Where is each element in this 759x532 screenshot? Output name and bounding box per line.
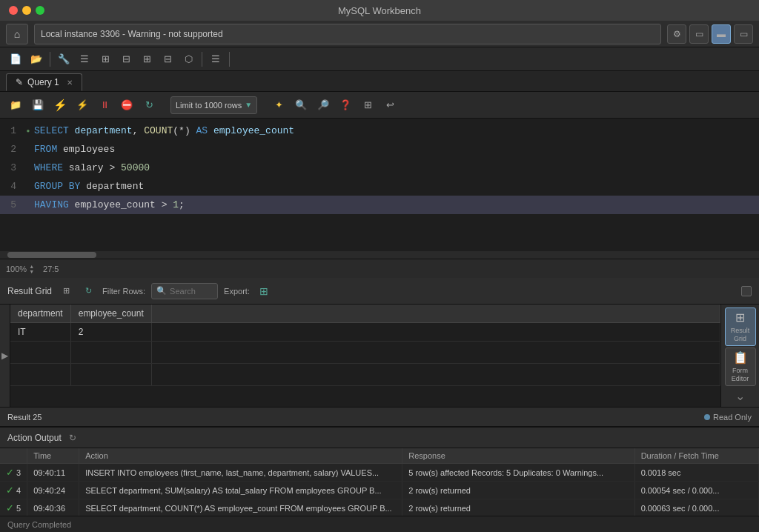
code-line-5: 5 HAVING employee_count > 1; xyxy=(0,196,759,214)
export-results-btn[interactable]: ⊞ xyxy=(358,96,377,115)
action-response-4: 2 row(s) returned xyxy=(402,482,634,499)
code-editor[interactable]: 1 ● SELECT department, COUNT(*) AS emplo… xyxy=(0,119,759,251)
run-selection-btn[interactable]: ⚡ xyxy=(73,96,92,115)
scrollbar-thumb[interactable] xyxy=(7,252,96,258)
query-tab[interactable]: ✎ Query 1 ✕ xyxy=(6,73,82,91)
action-row-4[interactable]: ✓ 4 09:40:24 SELECT department, SUM(sala… xyxy=(0,482,759,499)
col-header-department: department xyxy=(10,305,70,323)
traffic-lights xyxy=(9,6,44,15)
query-complete-text: Query Completed xyxy=(7,520,71,529)
form-editor-panel-btn[interactable]: 📋 FormEditor xyxy=(725,348,756,386)
col-response: Response xyxy=(402,448,634,464)
action-status-5: ✓ 5 xyxy=(0,499,27,516)
zoom-down-icon[interactable]: ▼ xyxy=(29,269,34,274)
settings-icon-btn[interactable]: ⚙ xyxy=(667,24,686,44)
action-output: Action Output ↻ Time Action Response Dur… xyxy=(0,426,759,516)
result-status: Result 25 Read Only xyxy=(0,407,759,426)
window-title: MySQL Workbench xyxy=(338,5,421,16)
save-query-btn[interactable]: 💾 xyxy=(28,96,47,115)
search-box[interactable]: 🔍 xyxy=(151,283,218,299)
maximize-button[interactable] xyxy=(36,6,44,15)
cell-department: IT xyxy=(10,323,70,342)
tool-6[interactable]: ⊟ xyxy=(116,50,136,69)
col-header-employee-count: employee_count xyxy=(70,305,151,323)
open-file-btn[interactable]: 📂 xyxy=(27,50,46,69)
nav-right-icons: ⚙ ▭ ▬ ▭ xyxy=(667,24,753,44)
tab-label: Query 1 xyxy=(27,77,59,87)
result-table: department employee_count IT 2 xyxy=(10,305,720,386)
result-grid-panel-btn[interactable]: ⊞ ResultGrid xyxy=(725,307,756,346)
editor-status: 100% ▲ ▼ 27:5 xyxy=(0,259,759,278)
col-num xyxy=(0,448,27,464)
result-section: Result Grid ⊞ ↻ Filter Rows: 🔍 Export: ⊞… xyxy=(0,278,759,426)
result-table-body: IT 2 xyxy=(10,323,720,386)
action-response-5: 2 row(s) returned xyxy=(402,499,634,516)
help-btn[interactable]: ❓ xyxy=(336,96,355,115)
limit-select[interactable]: Limit to 1000 rows ▼ xyxy=(170,96,257,114)
export-label: Export: xyxy=(224,287,250,296)
result-count-label: Result 25 xyxy=(7,413,42,422)
code-line-4: 4 GROUP BY department xyxy=(0,177,759,196)
code-line-2: 2 FROM employees xyxy=(0,140,759,159)
result-checkbox[interactable] xyxy=(741,286,752,296)
zoom-level: 100% xyxy=(6,265,27,273)
code-lines: 1 ● SELECT department, COUNT(*) AS emplo… xyxy=(0,119,759,217)
action-action-5: SELECT department, COUNT(*) AS employee_… xyxy=(79,499,402,516)
action-duration-5: 0.00063 sec / 0.000... xyxy=(634,499,758,516)
magic-btn[interactable]: ✦ xyxy=(269,96,288,115)
action-time-5: 09:40:36 xyxy=(27,499,79,516)
home-button[interactable]: ⌂ xyxy=(6,24,28,44)
separator-3 xyxy=(229,52,230,67)
minimize-button[interactable] xyxy=(22,6,31,15)
action-row-3[interactable]: ✓ 3 09:40:11 INSERT INTO employees (firs… xyxy=(0,464,759,482)
sidebar-chevron-icon[interactable]: ⌄ xyxy=(735,389,745,403)
zoom-arrows[interactable]: ▲ ▼ xyxy=(29,264,34,274)
action-duration-4: 0.00054 sec / 0.000... xyxy=(634,482,758,499)
action-table-container: Time Action Response Duration / Fetch Ti… xyxy=(0,448,759,516)
tool-5[interactable]: ⊞ xyxy=(96,50,115,69)
stop-btn[interactable]: ⏸ xyxy=(95,96,114,115)
action-row-5[interactable]: ✓ 5 09:40:36 SELECT department, COUNT(*)… xyxy=(0,499,759,516)
stop-all-btn[interactable]: ⛔ xyxy=(117,96,136,115)
zoom-control[interactable]: 100% ▲ ▼ xyxy=(6,264,34,274)
line-dot-1: ● xyxy=(27,122,30,140)
layout-left-btn[interactable]: ▭ xyxy=(689,24,709,44)
panel-toggle[interactable]: ▶ xyxy=(0,305,10,407)
tool-7[interactable]: ⊞ xyxy=(137,50,156,69)
refresh-btn[interactable]: ↻ xyxy=(139,96,159,115)
grid-view-btn[interactable]: ⊞ xyxy=(58,283,74,299)
new-query-btn[interactable]: 📁 xyxy=(6,96,25,115)
action-time-3: 09:40:11 xyxy=(27,464,79,482)
tool-3[interactable]: 🔧 xyxy=(54,50,73,69)
refresh-result-btn[interactable]: ↻ xyxy=(80,283,96,299)
new-file-btn[interactable]: 📄 xyxy=(6,50,25,69)
search-btn[interactable]: 🔍 xyxy=(291,96,311,115)
table-row[interactable]: IT 2 xyxy=(10,323,720,342)
tool-4[interactable]: ☰ xyxy=(75,50,94,69)
search-input[interactable] xyxy=(170,287,214,296)
query-complete-bar: Query Completed xyxy=(0,516,759,532)
search-icon: 🔍 xyxy=(156,286,167,296)
tool-9[interactable]: ⬡ xyxy=(179,50,198,69)
form-editor-panel-label: FormEditor xyxy=(732,367,749,383)
zoom-up-icon[interactable]: ▲ xyxy=(29,264,34,269)
tab-close-icon[interactable]: ✕ xyxy=(67,79,73,87)
close-button[interactable] xyxy=(9,6,18,15)
table-row-empty-1 xyxy=(10,342,720,364)
action-action-3: INSERT INTO employees (first_name, last_… xyxy=(79,464,402,482)
editor-scrollbar[interactable] xyxy=(0,251,759,259)
find-btn[interactable]: 🔎 xyxy=(314,96,333,115)
tool-10[interactable]: ☰ xyxy=(206,50,225,69)
layout-center-btn[interactable]: ▬ xyxy=(712,24,731,44)
result-table-head: department employee_count xyxy=(10,305,720,323)
result-toolbar: Result Grid ⊞ ↻ Filter Rows: 🔍 Export: ⊞ xyxy=(0,278,759,305)
import-btn[interactable]: ↩ xyxy=(380,96,400,115)
export-btn[interactable]: ⊞ xyxy=(256,283,272,299)
layout-right-btn[interactable]: ▭ xyxy=(734,24,753,44)
cell-empty xyxy=(151,323,720,342)
tool-8[interactable]: ⊟ xyxy=(158,50,177,69)
limit-arrow-icon: ▼ xyxy=(245,101,252,109)
run-btn[interactable]: ⚡ xyxy=(50,96,70,115)
toolbar: 📄 📂 🔧 ☰ ⊞ ⊟ ⊞ ⊟ ⬡ ☰ xyxy=(0,47,759,71)
action-refresh-btn[interactable]: ↻ xyxy=(66,431,79,445)
